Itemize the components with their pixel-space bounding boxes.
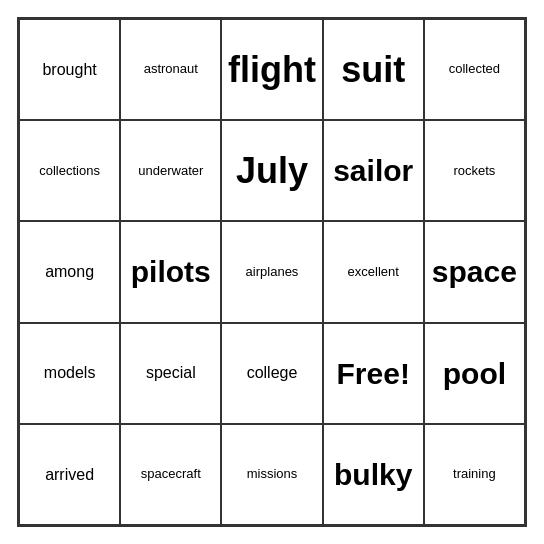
- bingo-cell-text-11: pilots: [131, 255, 211, 288]
- bingo-cell-text-4: collected: [449, 62, 500, 76]
- bingo-cell-text-18: Free!: [337, 357, 410, 390]
- bingo-cell-text-2: flight: [228, 50, 316, 90]
- bingo-cell-21: spacecraft: [120, 424, 221, 525]
- bingo-cell-text-9: rockets: [453, 164, 495, 178]
- bingo-cell-text-15: models: [44, 364, 96, 382]
- bingo-cell-9: rockets: [424, 120, 525, 221]
- bingo-cell-text-14: space: [432, 255, 517, 288]
- bingo-cell-text-17: college: [247, 364, 298, 382]
- bingo-board: broughtastronautflightsuitcollectedcolle…: [17, 17, 527, 527]
- bingo-cell-3: suit: [323, 19, 424, 120]
- bingo-cell-8: sailor: [323, 120, 424, 221]
- bingo-cell-18: Free!: [323, 323, 424, 424]
- bingo-cell-text-1: astronaut: [144, 62, 198, 76]
- bingo-cell-1: astronaut: [120, 19, 221, 120]
- bingo-cell-7: July: [221, 120, 322, 221]
- bingo-cell-5: collections: [19, 120, 120, 221]
- bingo-cell-16: special: [120, 323, 221, 424]
- bingo-cell-text-13: excellent: [348, 265, 399, 279]
- bingo-cell-text-8: sailor: [333, 154, 413, 187]
- bingo-cell-text-19: pool: [443, 357, 506, 390]
- bingo-cell-11: pilots: [120, 221, 221, 322]
- bingo-cell-text-23: bulky: [334, 458, 412, 491]
- bingo-cell-text-16: special: [146, 364, 196, 382]
- bingo-cell-6: underwater: [120, 120, 221, 221]
- bingo-cell-4: collected: [424, 19, 525, 120]
- bingo-cell-24: training: [424, 424, 525, 525]
- bingo-cell-0: brought: [19, 19, 120, 120]
- bingo-cell-text-21: spacecraft: [141, 467, 201, 481]
- bingo-cell-text-12: airplanes: [246, 265, 299, 279]
- bingo-cell-text-22: missions: [247, 467, 298, 481]
- bingo-cell-text-24: training: [453, 467, 496, 481]
- bingo-cell-2: flight: [221, 19, 322, 120]
- bingo-cell-text-3: suit: [341, 50, 405, 90]
- bingo-cell-17: college: [221, 323, 322, 424]
- bingo-cell-14: space: [424, 221, 525, 322]
- bingo-cell-text-5: collections: [39, 164, 100, 178]
- bingo-cell-12: airplanes: [221, 221, 322, 322]
- bingo-cell-22: missions: [221, 424, 322, 525]
- bingo-cell-23: bulky: [323, 424, 424, 525]
- bingo-cell-text-6: underwater: [138, 164, 203, 178]
- bingo-cell-text-20: arrived: [45, 466, 94, 484]
- bingo-cell-15: models: [19, 323, 120, 424]
- bingo-cell-text-7: July: [236, 151, 308, 191]
- bingo-cell-13: excellent: [323, 221, 424, 322]
- bingo-cell-19: pool: [424, 323, 525, 424]
- bingo-cell-text-10: among: [45, 263, 94, 281]
- bingo-cell-text-0: brought: [42, 61, 96, 79]
- bingo-cell-20: arrived: [19, 424, 120, 525]
- bingo-cell-10: among: [19, 221, 120, 322]
